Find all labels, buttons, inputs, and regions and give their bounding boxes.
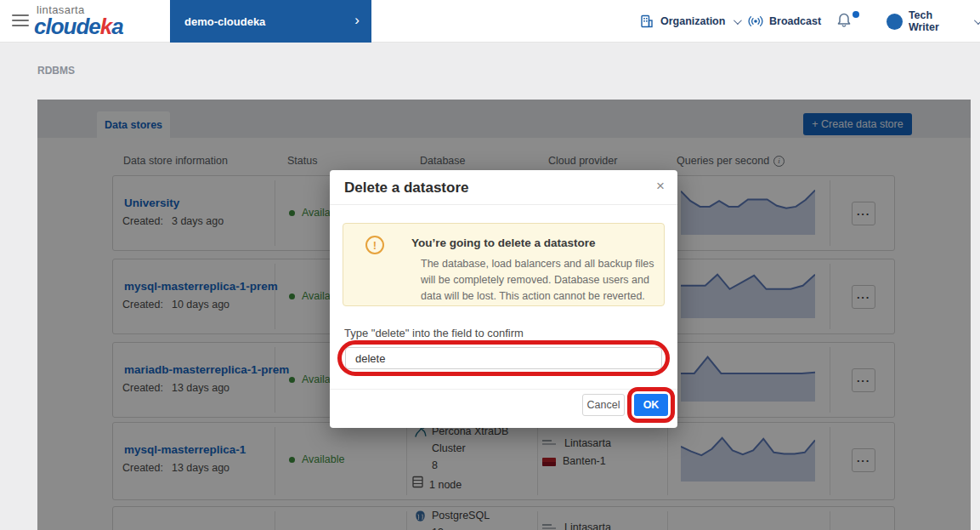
user-label: Tech Writer bbox=[909, 9, 966, 33]
notification-dot bbox=[853, 11, 859, 18]
close-icon[interactable]: × bbox=[656, 178, 665, 195]
confirm-instruction: Type "delete" into the field to confirm bbox=[344, 327, 524, 339]
warning-banner: ! You’re going to delete a datastore The… bbox=[343, 223, 665, 306]
organization-label: Organization bbox=[660, 15, 725, 27]
bell-icon bbox=[836, 11, 853, 30]
menu-icon[interactable] bbox=[12, 14, 29, 28]
modal-header: Delete a datastore × bbox=[330, 170, 677, 205]
warning-title: You’re going to delete a datastore bbox=[411, 237, 596, 249]
broadcast-menu[interactable]: Broadcast bbox=[748, 0, 821, 43]
warning-body: The database, load balancers and all bac… bbox=[421, 256, 660, 305]
ok-button[interactable]: OK bbox=[634, 394, 668, 416]
delete-datastore-modal: Delete a datastore × ! You’re going to d… bbox=[330, 170, 677, 428]
broadcast-label: Broadcast bbox=[769, 15, 821, 27]
organization-icon bbox=[639, 14, 654, 29]
confirm-delete-input[interactable] bbox=[345, 347, 662, 369]
avatar bbox=[887, 14, 903, 30]
chevron-down-icon bbox=[974, 16, 980, 25]
project-name: demo-cloudeka bbox=[170, 15, 265, 28]
logo: lintasarta cloudeka bbox=[34, 3, 123, 37]
broadcast-icon bbox=[748, 14, 763, 28]
project-selector[interactable]: demo-cloudeka › bbox=[170, 0, 371, 43]
modal-footer-divider bbox=[330, 389, 677, 390]
app-header: lintasarta cloudeka demo-cloudeka › Orga… bbox=[0, 0, 980, 43]
organization-menu[interactable]: Organization bbox=[639, 0, 739, 43]
chevron-down-icon bbox=[734, 16, 742, 25]
chevron-right-icon: › bbox=[354, 12, 360, 29]
logo-brand-text: cloudeka bbox=[34, 16, 123, 37]
screen: lintasarta cloudeka demo-cloudeka › Orga… bbox=[0, 0, 980, 530]
cancel-button[interactable]: Cancel bbox=[582, 394, 625, 416]
modal-title: Delete a datastore bbox=[344, 180, 468, 197]
notifications-button[interactable] bbox=[836, 11, 858, 33]
warning-icon: ! bbox=[365, 236, 384, 254]
breadcrumb: RDBMS bbox=[37, 65, 75, 77]
user-menu[interactable]: Tech Writer bbox=[887, 0, 980, 43]
